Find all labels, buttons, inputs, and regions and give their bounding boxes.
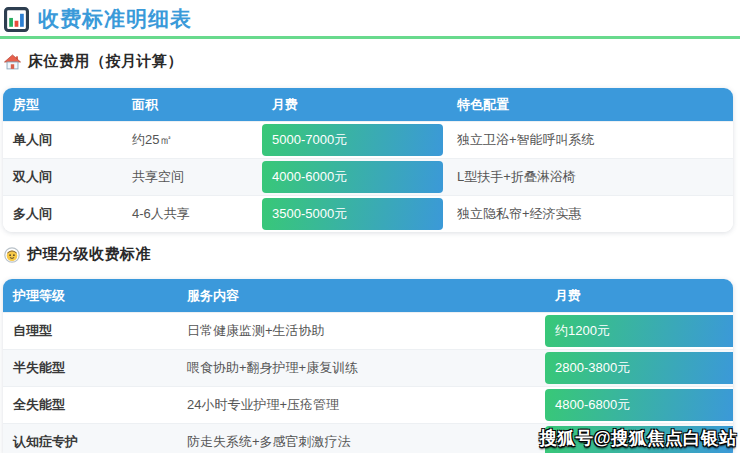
fee-badge: 5000-7000元 bbox=[262, 124, 443, 156]
col-header-care-level: 护理等级 bbox=[3, 287, 177, 305]
section-heading-care-fees: 护理分级收费标准 bbox=[4, 245, 740, 264]
fee-badge: 3500-5000元 bbox=[262, 198, 443, 230]
col-header-features: 特色配置 bbox=[445, 96, 733, 114]
care-level: 半失能型 bbox=[3, 359, 177, 377]
col-header-room-type: 房型 bbox=[3, 96, 122, 114]
room-area: 4-6人共享 bbox=[122, 205, 262, 223]
care-service: 24小时专业护理+压疮管理 bbox=[177, 396, 545, 414]
col-header-service: 服务内容 bbox=[177, 287, 545, 305]
care-table-header-row: 护理等级 服务内容 月费 bbox=[3, 279, 733, 312]
page-header: 收费标准明细表 bbox=[0, 0, 740, 33]
room-area: 共享空间 bbox=[122, 168, 262, 186]
fee-cell: 约1200元 bbox=[545, 313, 733, 349]
table-row: 双人间 共享空间 4000-6000元 L型扶手+折叠淋浴椅 bbox=[3, 158, 733, 195]
room-type: 单人间 bbox=[3, 131, 122, 149]
home-icon bbox=[4, 54, 21, 70]
page-title: 收费标准明细表 bbox=[38, 5, 192, 33]
title-divider bbox=[0, 36, 740, 39]
col-header-monthly-fee: 月费 bbox=[262, 96, 445, 114]
room-area: 约25㎡ bbox=[122, 131, 262, 149]
sohu-watermark: 搜狐号@搜狐焦点白银站 bbox=[539, 426, 737, 450]
table-row: 半失能型 喂食协助+翻身护理+康复训练 2800-3800元 bbox=[3, 349, 733, 386]
care-level: 全失能型 bbox=[3, 396, 177, 414]
fee-badge: 4800-6800元 bbox=[545, 389, 733, 421]
bed-fees-table: 房型 面积 月费 特色配置 单人间 约25㎡ 5000-7000元 独立卫浴+智… bbox=[3, 88, 733, 232]
room-features: L型扶手+折叠淋浴椅 bbox=[445, 168, 733, 186]
room-features: 独立卫浴+智能呼叫系统 bbox=[445, 131, 733, 149]
fee-cell: 4000-6000元 bbox=[262, 159, 445, 195]
section-title-care-fees: 护理分级收费标准 bbox=[27, 245, 151, 264]
fee-badge: 2800-3800元 bbox=[545, 352, 733, 384]
bed-table-header-row: 房型 面积 月费 特色配置 bbox=[3, 88, 733, 121]
section-heading-bed-fees: 床位费用（按月计算） bbox=[4, 52, 740, 71]
fee-cell: 3500-5000元 bbox=[262, 196, 445, 232]
bar-chart-icon bbox=[4, 7, 29, 32]
col-header-monthly-fee: 月费 bbox=[545, 287, 733, 305]
col-header-area: 面积 bbox=[122, 96, 262, 114]
room-features: 独立隐私帘+经济实惠 bbox=[445, 205, 733, 223]
fee-schedule-page: { "header": { "title": "收费标准明细表" }, "ico… bbox=[0, 0, 740, 453]
caregiver-face-icon bbox=[4, 247, 20, 263]
care-level: 认知症专护 bbox=[3, 433, 177, 451]
care-service: 喂食协助+翻身护理+康复训练 bbox=[177, 359, 545, 377]
fee-cell: 2800-3800元 bbox=[545, 350, 733, 386]
fee-badge: 4000-6000元 bbox=[262, 161, 443, 193]
fee-badge: 约1200元 bbox=[545, 315, 733, 347]
care-service: 防走失系统+多感官刺激疗法 bbox=[177, 433, 545, 451]
table-row: 多人间 4-6人共享 3500-5000元 独立隐私帘+经济实惠 bbox=[3, 195, 733, 232]
section-title-bed-fees: 床位费用（按月计算） bbox=[28, 52, 183, 71]
room-type: 双人间 bbox=[3, 168, 122, 186]
fee-cell: 5000-7000元 bbox=[262, 122, 445, 158]
fee-cell: 4800-6800元 bbox=[545, 387, 733, 423]
table-row: 单人间 约25㎡ 5000-7000元 独立卫浴+智能呼叫系统 bbox=[3, 121, 733, 158]
care-service: 日常健康监测+生活协助 bbox=[177, 322, 545, 340]
care-level: 自理型 bbox=[3, 322, 177, 340]
room-type: 多人间 bbox=[3, 205, 122, 223]
table-row: 自理型 日常健康监测+生活协助 约1200元 bbox=[3, 312, 733, 349]
table-row: 全失能型 24小时专业护理+压疮管理 4800-6800元 bbox=[3, 386, 733, 423]
